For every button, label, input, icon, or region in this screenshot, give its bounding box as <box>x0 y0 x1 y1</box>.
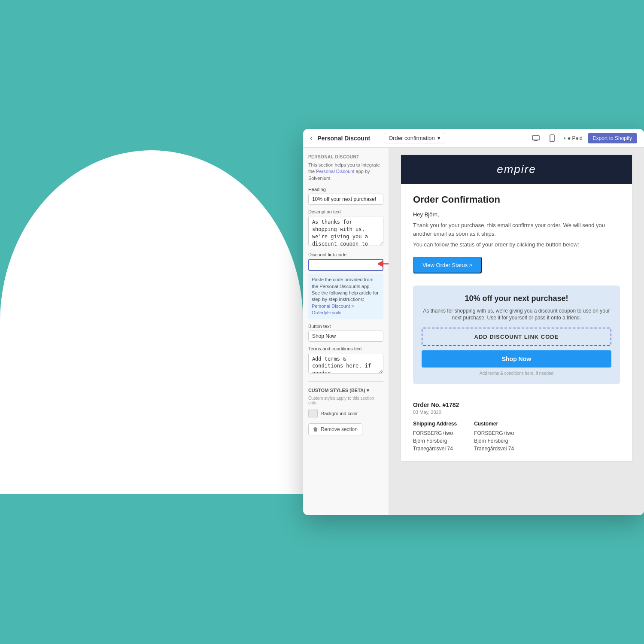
help-link[interactable]: Personal Discount > OrderlyEmails <box>312 304 354 315</box>
export-button[interactable]: Export to Shopify <box>588 133 637 143</box>
app-window: ‹ Personal Discount Order confirmation ▾ <box>303 129 644 515</box>
svg-point-5 <box>552 140 553 141</box>
bg-color-row: Background color <box>308 409 383 418</box>
email-text-1: Thank you for your purchase, this email … <box>413 221 620 238</box>
customer-info: FORSBERG+twoBjörn ForsbergTranegårdsvei … <box>474 429 514 453</box>
shipping-title: Shipping Address <box>413 421 457 427</box>
terms-display: Add terms & conditions here, if needed <box>422 371 611 376</box>
template-dropdown[interactable]: Order confirmation ▾ <box>384 133 445 143</box>
personal-discount-link[interactable]: Personal Discount <box>316 169 354 174</box>
mobile-view-icon[interactable] <box>546 132 558 144</box>
email-title: Order Confirmation <box>413 194 620 205</box>
dropdown-label: Order confirmation <box>389 135 435 141</box>
right-panel: empire Order Confirmation Hey Björn, Tha… <box>389 148 644 515</box>
svg-rect-0 <box>532 136 539 140</box>
top-bar: ‹ Personal Discount Order confirmation ▾ <box>303 129 644 148</box>
customer-title: Customer <box>474 421 514 427</box>
paid-badge: ● ● Paid <box>563 135 583 141</box>
view-icons <box>530 132 558 144</box>
content-area: PERSONAL DISCOUNT This section helps you… <box>303 148 644 515</box>
description-field-label: Description text <box>308 209 383 214</box>
discount-code-display: ADD DISCOUNT LINK CODE <box>422 328 611 346</box>
email-preview: empire Order Confirmation Hey Björn, Tha… <box>401 155 632 462</box>
chevron-down-icon: ▾ <box>437 135 440 141</box>
bg-color-label: Background color <box>321 411 358 416</box>
email-logo: empire <box>409 163 624 176</box>
order-date: 03 May, 2020 <box>413 410 620 415</box>
terms-textarea[interactable]: Add terms & conditions here, if needed <box>308 353 383 374</box>
discount-code-label: Discount link code <box>308 252 383 257</box>
order-details: Order No. #1782 03 May, 2020 Shipping Ad… <box>401 401 632 461</box>
customer-column: Customer FORSBERG+twoBjörn ForsbergTrane… <box>474 421 514 453</box>
left-panel: PERSONAL DISCOUNT This section helps you… <box>303 148 389 515</box>
discount-section: 10% off your next purchase! As thanks fo… <box>413 286 620 385</box>
help-box: Paste the code provided from the Persona… <box>308 273 383 319</box>
trash-icon: 🗑 <box>313 426 318 432</box>
discount-code-input[interactable] <box>308 259 383 271</box>
email-greeting: Hey Björn, <box>413 211 620 218</box>
panel-description: This section helps you to integrate the … <box>308 162 383 182</box>
view-order-button[interactable]: View Order Status > <box>413 257 482 273</box>
heading-input[interactable] <box>308 194 383 205</box>
back-button[interactable]: ‹ <box>310 134 312 142</box>
section-heading: PERSONAL DISCOUNT <box>308 155 383 159</box>
email-header: empire <box>401 155 632 184</box>
red-arrow-icon <box>378 260 389 270</box>
description-textarea[interactable]: As thanks for shopping with us, we're gi… <box>308 216 383 246</box>
shop-now-button[interactable]: Shop Now <box>422 350 611 368</box>
desktop-view-icon[interactable] <box>530 132 542 144</box>
order-number: Order No. #1782 <box>413 401 620 408</box>
email-text-2: You can follow the status of your order … <box>413 240 620 249</box>
button-text-input[interactable] <box>308 331 383 342</box>
panel-title: Personal Discount <box>317 135 370 142</box>
email-body: Order Confirmation Hey Björn, Thank you … <box>401 184 632 401</box>
bg-color-swatch[interactable] <box>308 409 318 418</box>
heading-field-label: Heading <box>308 187 383 192</box>
order-columns: Shipping Address FORSBERG+twoBjörn Forsb… <box>413 421 620 453</box>
custom-styles-toggle[interactable]: CUSTOM STYLES (BETA) ▾ <box>308 388 383 393</box>
custom-styles-note: Custom styles apply to this section only… <box>308 396 383 405</box>
shipping-column: Shipping Address FORSBERG+twoBjörn Forsb… <box>413 421 457 453</box>
terms-label: Terms and conditions text <box>308 346 383 351</box>
remove-section-button[interactable]: 🗑 Remove section <box>308 423 362 435</box>
discount-code-wrap <box>308 259 383 271</box>
button-text-label: Button text <box>308 324 383 329</box>
discount-heading: 10% off your next purchase! <box>422 294 611 303</box>
discount-description: As thanks for shopping with us, we're gi… <box>422 307 611 322</box>
shipping-address: FORSBERG+twoBjörn ForsbergTranegårdsvei … <box>413 429 457 453</box>
